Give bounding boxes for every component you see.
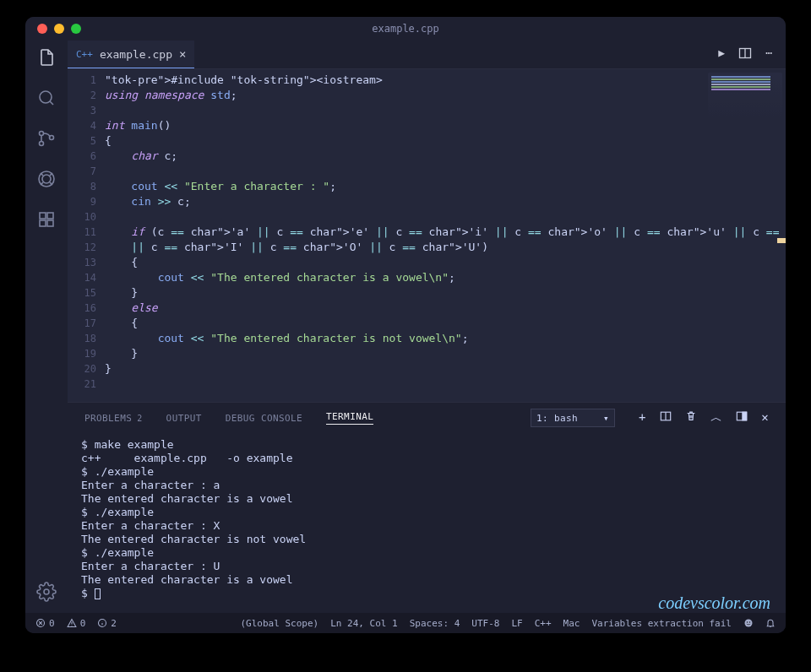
svg-rect-14 — [743, 412, 747, 420]
feedback-icon[interactable] — [743, 618, 754, 628]
more-actions-button[interactable]: ⋯ — [765, 46, 772, 62]
overview-ruler-marker — [777, 238, 786, 243]
terminal-output[interactable]: $ make examplec++ example.cpp -o example… — [68, 433, 786, 612]
tab-label: example.cpp — [100, 48, 172, 61]
panel-tab-debug-console[interactable]: DEBUG CONSOLE — [226, 413, 302, 424]
status-eol[interactable]: LF — [511, 618, 522, 629]
close-window-button[interactable] — [37, 24, 47, 34]
traffic-lights — [25, 24, 81, 34]
info-icon — [97, 618, 107, 628]
cpp-file-icon: C++ — [76, 49, 93, 60]
status-encoding[interactable]: UTF-8 — [471, 618, 499, 629]
explorer-icon[interactable] — [36, 47, 57, 68]
close-panel-button[interactable]: ✕ — [761, 410, 769, 425]
svg-point-19 — [749, 621, 751, 623]
svg-rect-7 — [47, 213, 53, 219]
toggle-panel-right-button[interactable] — [736, 410, 748, 425]
bottom-panel: PROBLEMS 2 OUTPUT DEBUG CONSOLE TERMINAL… — [68, 402, 786, 613]
dropdown-arrow-icon: ▾ — [603, 413, 609, 424]
warning-icon — [67, 618, 77, 628]
source-control-icon[interactable] — [36, 128, 57, 149]
svg-rect-6 — [40, 213, 46, 219]
close-tab-button[interactable]: × — [179, 47, 186, 61]
status-indentation[interactable]: Spaces: 4 — [410, 618, 460, 629]
panel-tab-output[interactable]: OUTPUT — [166, 413, 202, 424]
terminal-selector[interactable]: 1: bash ▾ — [531, 409, 615, 427]
editor-actions: ▶ ⋯ — [718, 46, 786, 62]
svg-point-5 — [42, 175, 51, 183]
maximize-panel-button[interactable]: ︿ — [710, 410, 722, 425]
split-terminal-button[interactable] — [660, 410, 672, 425]
search-icon[interactable] — [36, 88, 57, 108]
status-errors[interactable]: 0 — [35, 618, 55, 629]
app-window: example.cpp C++ example.cpp × ▶ — [25, 17, 786, 633]
code-editor[interactable]: 123456789101112131415161718192021 "tok-p… — [68, 69, 786, 402]
tab-example-cpp[interactable]: C++ example.cpp × — [68, 41, 194, 68]
kill-terminal-button[interactable] — [685, 410, 697, 425]
maximize-window-button[interactable] — [71, 24, 81, 34]
svg-point-17 — [745, 620, 753, 627]
status-cursor-position[interactable]: Ln 24, Col 1 — [330, 618, 397, 629]
status-language[interactable]: C++ — [535, 618, 552, 629]
svg-rect-8 — [40, 220, 46, 226]
watermark-text: codevscolor.com — [68, 593, 786, 613]
debug-icon[interactable] — [36, 169, 57, 189]
code-content[interactable]: "tok-pre">#include "tok-string"><iostrea… — [105, 69, 786, 402]
svg-rect-9 — [47, 220, 53, 226]
error-icon — [35, 618, 46, 628]
activity-bar — [25, 41, 68, 613]
panel-tabs: PROBLEMS 2 OUTPUT DEBUG CONSOLE TERMINAL… — [68, 403, 786, 433]
status-os[interactable]: Mac — [563, 618, 580, 629]
status-message[interactable]: Variables extraction fail — [591, 618, 732, 629]
svg-point-2 — [40, 142, 44, 146]
status-warnings[interactable]: 0 — [67, 618, 86, 629]
run-code-button[interactable]: ▶ — [718, 46, 725, 62]
panel-tab-terminal[interactable]: TERMINAL — [326, 411, 373, 425]
editor-tabs: C++ example.cpp × ▶ ⋯ — [68, 41, 786, 69]
line-number-gutter: 123456789101112131415161718192021 — [68, 69, 105, 402]
titlebar: example.cpp — [25, 17, 786, 41]
new-terminal-button[interactable]: + — [639, 410, 646, 425]
settings-gear-icon[interactable] — [36, 582, 57, 602]
svg-point-0 — [40, 91, 52, 103]
bell-icon[interactable] — [765, 618, 776, 628]
split-editor-button[interactable] — [738, 46, 752, 62]
minimap[interactable] — [708, 73, 782, 123]
status-bar: 0 0 2 (Global Scope) Ln 24, Col 1 Spaces… — [25, 613, 786, 633]
extensions-icon[interactable] — [36, 209, 57, 230]
status-scope[interactable]: (Global Scope) — [240, 618, 318, 629]
status-info[interactable]: 2 — [97, 618, 117, 629]
svg-point-10 — [44, 589, 49, 594]
svg-point-1 — [40, 132, 44, 136]
problems-count-badge: 2 — [137, 414, 142, 423]
panel-tab-problems[interactable]: PROBLEMS 2 — [84, 413, 143, 424]
window-title: example.cpp — [372, 23, 438, 35]
minimize-window-button[interactable] — [54, 24, 64, 34]
svg-point-18 — [747, 621, 748, 623]
